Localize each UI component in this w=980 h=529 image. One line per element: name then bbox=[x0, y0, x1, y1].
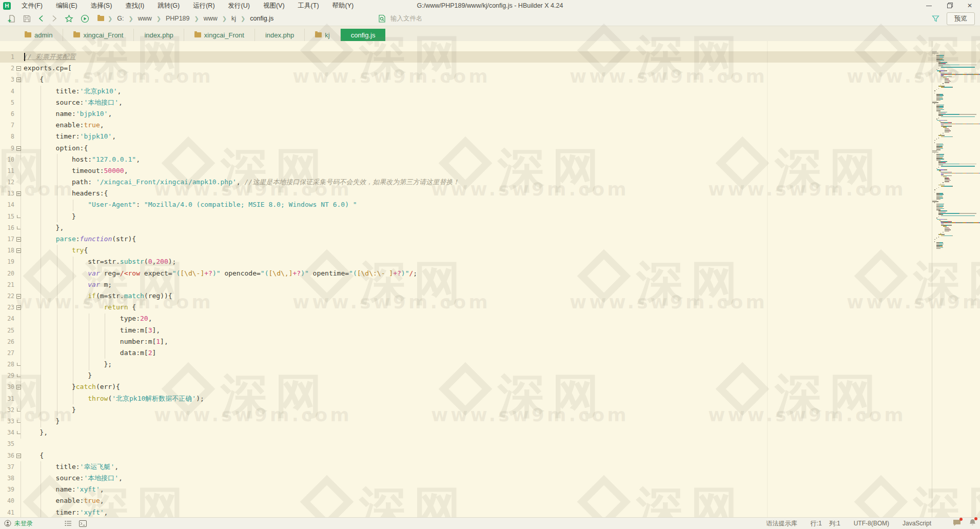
fold-open-icon[interactable] bbox=[16, 237, 21, 242]
back-button[interactable] bbox=[38, 13, 44, 24]
status-item[interactable]: UTF-8(BOM) bbox=[854, 520, 889, 527]
fold-gutter[interactable] bbox=[14, 302, 24, 313]
fold-gutter bbox=[14, 336, 24, 347]
fold-open-icon[interactable] bbox=[16, 66, 21, 71]
outline-button[interactable] bbox=[65, 520, 72, 526]
status-item[interactable]: 语法提示库 bbox=[767, 520, 797, 527]
line-number: 15 bbox=[0, 211, 14, 222]
line-number: 10 bbox=[0, 154, 14, 165]
toolbar-right: 预览 bbox=[932, 12, 975, 25]
tab-index.php[interactable]: index.php bbox=[255, 29, 305, 41]
fold-gutter[interactable] bbox=[14, 359, 24, 370]
folder-icon bbox=[25, 32, 31, 37]
menu-item[interactable]: 工具(T) bbox=[291, 0, 326, 12]
breadcrumb-item[interactable]: www bbox=[137, 15, 153, 22]
run-icon bbox=[81, 14, 89, 23]
minimap[interactable] bbox=[932, 41, 980, 517]
close-button[interactable]: ✕ bbox=[959, 0, 980, 11]
menu-item[interactable]: 运行(R) bbox=[186, 0, 221, 12]
tab-index.php[interactable]: index.php bbox=[134, 29, 184, 41]
breadcrumb-item[interactable]: kj bbox=[230, 15, 237, 22]
status-item[interactable]: 行:1 bbox=[811, 520, 822, 527]
breadcrumb-item[interactable]: PHP189 bbox=[165, 15, 191, 22]
fold-gutter[interactable] bbox=[14, 211, 24, 222]
status-item[interactable]: 列:1 bbox=[829, 520, 840, 527]
fold-gutter bbox=[14, 51, 24, 63]
fold-open-icon[interactable] bbox=[16, 385, 21, 389]
tab-config.js[interactable]: config.js bbox=[341, 29, 386, 41]
code-editor[interactable]: 1// 彩票开奖配置2exports.cp=[3 {4 title:'北京pk1… bbox=[0, 41, 980, 517]
menu-item[interactable]: 编辑(E) bbox=[49, 0, 84, 12]
menu-item[interactable]: 视图(V) bbox=[257, 0, 291, 12]
code-line: 39 name:'xyft', bbox=[0, 484, 980, 495]
menu-item[interactable]: 帮助(Y) bbox=[326, 0, 361, 12]
fold-gutter[interactable] bbox=[14, 233, 24, 245]
fold-gutter[interactable] bbox=[14, 450, 24, 461]
breadcrumb-item[interactable]: config.js bbox=[249, 15, 275, 22]
fold-open-icon[interactable] bbox=[16, 454, 21, 458]
line-number: 25 bbox=[0, 325, 14, 336]
breadcrumb-item[interactable]: G: bbox=[116, 15, 125, 22]
breadcrumb-separator-icon: ❯ bbox=[191, 15, 203, 22]
save-button[interactable] bbox=[23, 13, 31, 24]
feedback-button[interactable] bbox=[953, 519, 961, 528]
tab-label: kj bbox=[325, 31, 329, 39]
fold-gutter[interactable] bbox=[14, 63, 24, 74]
fold-gutter[interactable] bbox=[14, 381, 24, 393]
toolbar: ❯G:❯www❯PHP189❯www❯kj❯config.js 预览 bbox=[0, 11, 980, 26]
fold-gutter[interactable] bbox=[14, 74, 24, 85]
file-search[interactable] bbox=[378, 13, 467, 24]
menu-item[interactable]: 跳转(G) bbox=[151, 0, 186, 12]
fold-open-icon[interactable] bbox=[16, 77, 21, 82]
fold-gutter[interactable] bbox=[14, 188, 24, 199]
notifications-button[interactable] bbox=[969, 519, 976, 528]
filter-icon[interactable] bbox=[932, 15, 939, 23]
breadcrumb-separator-icon: ❯ bbox=[125, 15, 136, 22]
fold-open-icon[interactable] bbox=[16, 146, 21, 151]
fold-gutter[interactable] bbox=[14, 416, 24, 427]
minimize-button[interactable] bbox=[918, 0, 939, 11]
menu-item[interactable]: 发行(U) bbox=[222, 0, 257, 12]
status-item[interactable]: JavaScript bbox=[903, 520, 931, 527]
terminal-button[interactable] bbox=[79, 520, 87, 527]
fold-gutter[interactable] bbox=[14, 143, 24, 154]
favorite-button[interactable] bbox=[65, 13, 73, 24]
menu-item[interactable]: 选择(S) bbox=[84, 0, 119, 12]
tab-bar: adminxingcai_Frontindex.phpxingcai_Front… bbox=[0, 26, 980, 41]
search-input[interactable] bbox=[390, 15, 467, 22]
maximize-button[interactable] bbox=[939, 0, 959, 11]
user-icon bbox=[4, 520, 11, 527]
fold-end-icon bbox=[17, 374, 21, 377]
fold-open-icon[interactable] bbox=[16, 191, 21, 196]
tab-xingcai_Front[interactable]: xingcai_Front bbox=[63, 29, 134, 41]
fold-gutter[interactable] bbox=[14, 370, 24, 381]
account-button[interactable]: 未登录 bbox=[4, 519, 33, 528]
fold-gutter[interactable] bbox=[14, 427, 24, 438]
new-file-button[interactable] bbox=[7, 13, 16, 24]
fold-gutter[interactable] bbox=[14, 290, 24, 302]
title-bar: H 文件(F)编辑(E)选择(S)查找(I)跳转(G)运行(R)发行(U)视图(… bbox=[0, 0, 980, 11]
fold-open-icon[interactable] bbox=[16, 294, 21, 299]
run-button[interactable] bbox=[81, 13, 89, 24]
tab-admin[interactable]: admin bbox=[14, 29, 63, 41]
forward-icon bbox=[51, 15, 57, 22]
forward-button[interactable] bbox=[51, 13, 57, 24]
login-status[interactable]: 未登录 bbox=[14, 519, 33, 528]
preview-button[interactable]: 预览 bbox=[947, 12, 975, 25]
menu-item[interactable]: 查找(I) bbox=[119, 0, 151, 12]
back-icon bbox=[38, 15, 44, 22]
tab-xingcai_Front[interactable]: xingcai_Front bbox=[184, 29, 255, 41]
fold-gutter[interactable] bbox=[14, 404, 24, 416]
line-number: 31 bbox=[0, 393, 14, 404]
breadcrumb-item[interactable]: www bbox=[203, 15, 219, 22]
fold-end-icon bbox=[17, 431, 21, 434]
menu-item[interactable]: 文件(F) bbox=[15, 0, 49, 12]
fold-gutter[interactable] bbox=[14, 245, 24, 256]
tab-kj[interactable]: kj bbox=[305, 29, 340, 41]
tab-label: config.js bbox=[351, 31, 376, 39]
fold-open-icon[interactable] bbox=[16, 248, 21, 253]
fold-open-icon[interactable] bbox=[16, 305, 21, 310]
minimap-line bbox=[932, 215, 980, 216]
fold-gutter[interactable] bbox=[14, 222, 24, 233]
fold-gutter bbox=[14, 199, 24, 210]
